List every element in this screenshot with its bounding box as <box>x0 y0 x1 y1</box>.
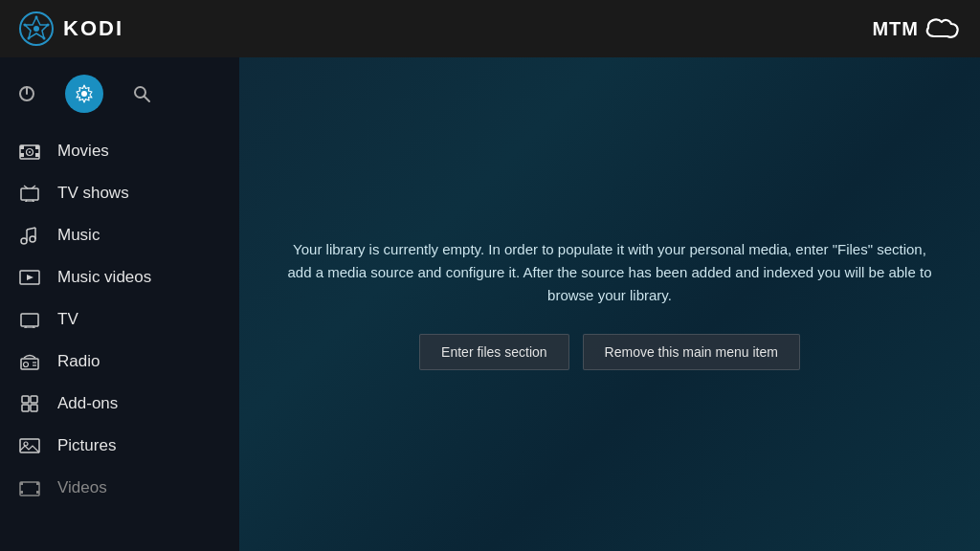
sidebar-item-addons[interactable]: Add-ons <box>0 383 239 425</box>
svg-point-7 <box>24 24 27 27</box>
sidebar-item-tv-label: TV <box>57 310 78 329</box>
radio-icon <box>19 351 40 372</box>
svg-marker-32 <box>27 275 33 280</box>
kodi-logo-icon <box>19 11 54 46</box>
svg-point-4 <box>47 24 50 27</box>
svg-rect-20 <box>21 188 38 200</box>
svg-point-6 <box>28 37 31 40</box>
sidebar-item-tv-shows-label: TV shows <box>57 184 129 203</box>
svg-rect-45 <box>20 439 39 452</box>
svg-point-26 <box>21 238 27 244</box>
svg-rect-43 <box>22 405 29 411</box>
svg-rect-17 <box>35 153 39 157</box>
sidebar-item-radio-label: Radio <box>57 352 100 371</box>
sidebar-nav: Movies TV shows <box>0 130 239 551</box>
sidebar-item-music-label: Music <box>57 226 100 245</box>
svg-rect-14 <box>20 145 24 149</box>
svg-line-30 <box>27 228 35 230</box>
svg-line-12 <box>145 97 150 102</box>
sidebar-top-icons <box>0 65 239 130</box>
svg-rect-42 <box>31 396 37 403</box>
pictures-icon <box>19 435 40 456</box>
svg-rect-44 <box>31 405 37 411</box>
tv-icon <box>19 309 40 330</box>
sidebar-item-pictures-label: Pictures <box>57 436 116 455</box>
enter-files-button[interactable]: Enter files section <box>419 334 569 370</box>
svg-rect-48 <box>20 482 23 485</box>
sidebar-item-addons-label: Add-ons <box>57 394 118 413</box>
brand-label: MTM <box>872 18 919 40</box>
svg-rect-50 <box>36 482 39 485</box>
svg-point-38 <box>24 363 29 367</box>
main-layout: Movies TV shows <box>0 57 980 551</box>
content-inner: Your library is currently empty. In orde… <box>265 219 954 389</box>
action-buttons: Enter files section Remove this main men… <box>284 334 935 370</box>
sidebar-item-pictures[interactable]: Pictures <box>0 425 239 467</box>
remove-menu-item-button[interactable]: Remove this main menu item <box>583 334 800 370</box>
music-videos-icon <box>19 267 40 288</box>
sidebar: Movies TV shows <box>0 57 239 551</box>
sidebar-item-tv[interactable]: TV <box>0 298 239 341</box>
power-button[interactable] <box>17 84 36 103</box>
videos-icon <box>19 477 40 498</box>
empty-library-message: Your library is currently empty. In orde… <box>284 238 935 307</box>
app-title: KODI <box>63 16 123 41</box>
tv-shows-icon <box>19 183 40 204</box>
sidebar-item-movies[interactable]: Movies <box>0 130 239 172</box>
header-right: MTM <box>872 15 961 42</box>
svg-point-27 <box>30 236 35 242</box>
svg-point-19 <box>29 151 31 153</box>
sidebar-item-music-videos[interactable]: Music videos <box>0 256 239 298</box>
svg-point-3 <box>35 16 38 19</box>
svg-point-46 <box>24 442 28 446</box>
svg-rect-16 <box>35 145 39 149</box>
sidebar-item-videos[interactable]: Videos <box>0 467 239 509</box>
header: KODI MTM <box>0 0 980 57</box>
sidebar-item-videos-label: Videos <box>57 478 107 497</box>
sidebar-item-movies-label: Movies <box>57 142 109 161</box>
cloud-icon <box>924 15 961 42</box>
addons-icon <box>19 393 40 414</box>
sidebar-item-music[interactable]: Music <box>0 214 239 256</box>
content-area: Your library is currently empty. In orde… <box>239 57 980 551</box>
sidebar-item-radio[interactable]: Radio <box>0 341 239 383</box>
svg-point-10 <box>81 91 87 97</box>
search-button[interactable] <box>132 84 151 103</box>
svg-rect-41 <box>22 396 29 403</box>
settings-button[interactable] <box>65 75 103 113</box>
svg-rect-33 <box>21 314 38 326</box>
sidebar-item-tv-shows[interactable]: TV shows <box>0 172 239 214</box>
svg-rect-15 <box>20 153 24 157</box>
svg-point-2 <box>33 26 39 32</box>
svg-rect-51 <box>36 491 39 494</box>
sidebar-item-music-videos-label: Music videos <box>57 268 151 287</box>
movies-icon <box>19 141 40 162</box>
music-icon <box>19 225 40 246</box>
svg-rect-49 <box>20 491 23 494</box>
svg-point-5 <box>43 37 46 40</box>
header-left: KODI <box>19 11 123 46</box>
